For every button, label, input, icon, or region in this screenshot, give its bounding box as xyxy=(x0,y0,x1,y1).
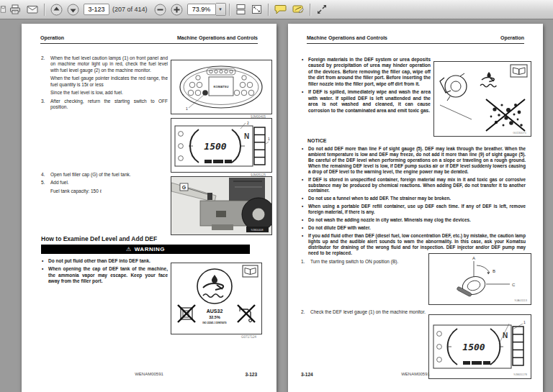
warning-bullet: • When opening the cap of DEF tank of th… xyxy=(41,266,168,284)
item-number: 2. xyxy=(301,309,310,315)
sign-pen-icon xyxy=(292,4,304,14)
no-oil-icon xyxy=(178,305,195,322)
footer-document-code: WENAM00591 xyxy=(22,372,276,376)
print-icon xyxy=(9,4,21,14)
item-number: 2. xyxy=(41,55,50,73)
callout-1: 1 xyxy=(268,137,270,141)
notice-bullet-text: Do not dilute DEF with water. xyxy=(308,225,526,231)
bullet-marker: • xyxy=(301,89,308,114)
item-text: Check the DEF level gauge (1) on the mac… xyxy=(310,309,427,315)
notice-bullet-list: •Do not add DEF more than line F of sigh… xyxy=(301,146,526,258)
zoom-in-icon xyxy=(171,4,183,16)
figure-caption: G0717124 xyxy=(241,335,256,339)
def-droplet-icon xyxy=(480,72,496,87)
item-number: 3. xyxy=(41,99,50,111)
figure-starting-switch: A B C 9JA01113 xyxy=(428,253,531,305)
page-number-input[interactable] xyxy=(84,4,109,15)
zoom-control: ▼ xyxy=(187,3,226,16)
filler-cap-label: G xyxy=(182,185,186,190)
dropdown-arrow-icon: ▼ xyxy=(218,7,222,12)
right-page-header: Machine Operations and Controls Operatio… xyxy=(307,35,524,44)
toolbar-separator xyxy=(44,4,45,16)
figure-machine-photo: G 9JM00408 xyxy=(171,176,272,235)
bullet-item: • If DEF is spilled, immediately wipe an… xyxy=(301,89,431,114)
zoom-out-button[interactable] xyxy=(152,2,168,17)
header-left-label: Operation xyxy=(40,35,64,40)
notice-bullet-text: Do not use a funnel when to add DEF. The… xyxy=(308,196,526,201)
bullet-marker: • xyxy=(301,233,308,256)
bullet-marker: • xyxy=(41,258,48,264)
fit-page-button[interactable] xyxy=(249,2,265,17)
left-text-column: 2. When the fuel level caution lamps (1)… xyxy=(41,55,168,113)
bullet-marker: • xyxy=(301,196,308,201)
manual-book-icon xyxy=(513,68,526,75)
zoom-in-button[interactable] xyxy=(168,2,185,17)
email-button[interactable] xyxy=(24,2,41,17)
filler-cap-drawing xyxy=(440,73,467,101)
switch-position-c: C xyxy=(512,283,516,287)
fullscreen-arrows-icon xyxy=(317,4,327,14)
toolbar-separator xyxy=(229,4,230,16)
bullet-item: • Foreign materials in the DEF system or… xyxy=(301,57,431,87)
bullet-text: Foreign materials in the DEF system or u… xyxy=(308,57,431,87)
section-heading: How to Examine Def Level and Add DEF xyxy=(41,235,157,242)
zoom-dropdown-button[interactable]: ▼ xyxy=(216,3,226,16)
bullet-marker: • xyxy=(301,146,308,175)
manual-book-icon xyxy=(245,268,256,275)
pdf-viewer-window: (207 of 414) ▼ xyxy=(0,0,553,392)
no-foreign-material-icon xyxy=(486,99,525,131)
next-page-button[interactable] xyxy=(65,2,81,17)
figure-front-panel: KOMATSU 1 xyxy=(171,60,272,114)
aus32-standard: ISO 22241-1 DIN70070 xyxy=(202,322,227,324)
figure-aus32-pictogram: AUS32 32.5% ISO 22241-1 DIN70070 xyxy=(171,263,262,334)
page-right: Machine Operations and Controls Operatio… xyxy=(288,24,543,392)
previous-page-button[interactable] xyxy=(48,2,65,17)
left-text-column-2: 4. Open fuel filler cap (G) of the fuel … xyxy=(41,172,168,196)
header-right-label: Operation xyxy=(500,35,524,40)
item-subtext: When the fuel gauge pointer indicates th… xyxy=(50,76,168,88)
callout-1: 1 xyxy=(523,320,526,324)
photo-caption: 9JM00408 xyxy=(251,229,264,232)
notice-bullet-text: Do not add DEF more than line F of sight… xyxy=(308,146,526,175)
callout-2: 2 xyxy=(247,121,249,125)
save-icon xyxy=(0,4,6,14)
bullet-marker: • xyxy=(301,57,308,87)
figure-def-monitor: 1500 N 1 9JM05178 xyxy=(428,314,531,379)
fit-page-icon xyxy=(251,4,262,14)
comment-bubble-icon xyxy=(274,4,287,14)
callout-1: 1 xyxy=(186,106,188,111)
figure-caption: G0130071 xyxy=(513,131,526,135)
panel-brand-label: KOMATSU xyxy=(214,85,229,88)
switch-position-a: A xyxy=(472,256,475,260)
item-number: 5. xyxy=(41,180,50,186)
zoom-level-input[interactable] xyxy=(187,4,216,15)
page-count-label: (207 of 414) xyxy=(112,6,148,13)
bullet-marker: • xyxy=(301,204,308,215)
document-view-area[interactable]: Operation Machine Operations and Control… xyxy=(0,19,553,392)
scrolling-pages-icon xyxy=(235,4,246,14)
page-up-icon xyxy=(50,4,63,16)
print-button[interactable] xyxy=(6,2,24,17)
rpm-value: 1500 xyxy=(462,342,485,352)
bullet-text: If DEF is spilled, immediately wipe and … xyxy=(308,89,431,114)
email-icon xyxy=(27,5,38,14)
gear-indicator: N xyxy=(244,132,249,140)
sign-button[interactable] xyxy=(289,2,307,17)
warning-bullet-list: • Do not put fluid other than DEF into D… xyxy=(41,258,168,287)
zoom-out-icon xyxy=(154,4,166,16)
comment-button[interactable] xyxy=(272,2,289,17)
save-button[interactable] xyxy=(0,2,6,17)
notice-label: NOTICE xyxy=(307,138,326,143)
item-text: Open fuel filler cap (G) of the fuel tan… xyxy=(50,172,168,178)
item-number: 4. xyxy=(41,172,50,178)
bullet-text: Do not put fluid other than DEF into DEF… xyxy=(48,258,168,264)
fullscreen-button[interactable] xyxy=(314,2,330,17)
item-text: When the fuel level caution lamps (1) on… xyxy=(50,55,168,73)
scrolling-mode-button[interactable] xyxy=(233,2,249,17)
aus32-percent: 32.5% xyxy=(209,315,220,319)
notice-bullet-text: When using a portable DEF refill contain… xyxy=(308,204,526,215)
notice-bullet-text: Do not wash the adding nozzle in city wa… xyxy=(308,217,526,223)
aus32-title: AUS32 xyxy=(207,309,223,314)
item-text: Add fuel. xyxy=(50,180,168,186)
list-item: 5. Add fuel. xyxy=(41,180,168,186)
